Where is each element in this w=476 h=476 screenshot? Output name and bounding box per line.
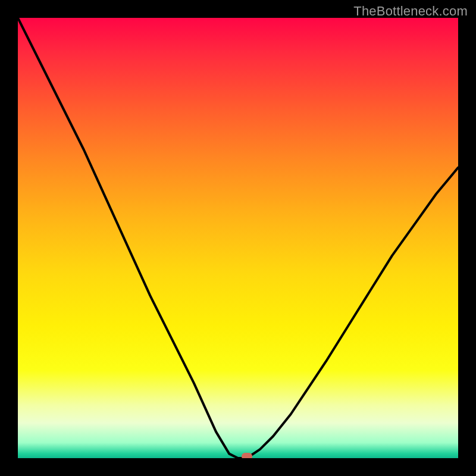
attribution-text: TheBottleneck.com bbox=[353, 4, 468, 19]
plot-area bbox=[18, 18, 458, 458]
curve-path bbox=[18, 18, 458, 458]
optimum-marker bbox=[242, 453, 252, 458]
chart-frame: TheBottleneck.com bbox=[0, 0, 476, 476]
bottleneck-curve bbox=[18, 18, 458, 458]
